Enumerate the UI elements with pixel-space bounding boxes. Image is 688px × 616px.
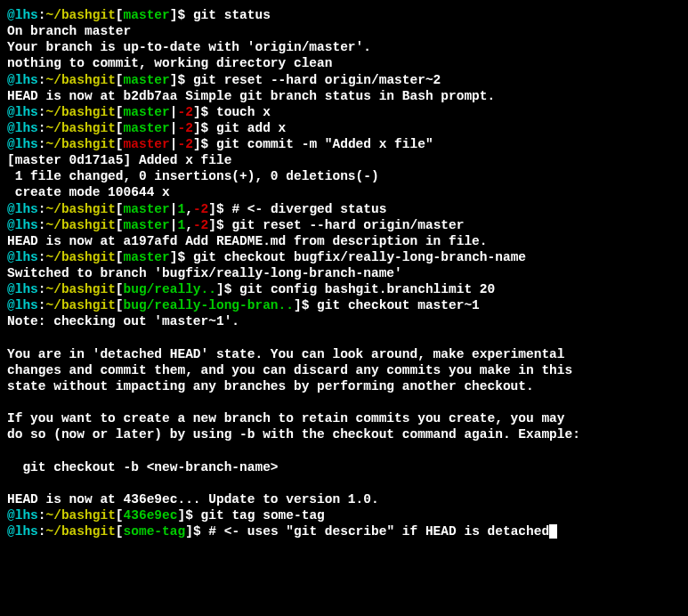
output-text: do so (now or later) by using -b with th… <box>7 427 580 442</box>
bracket-open: [ <box>116 8 124 22</box>
command-text[interactable]: git tag some-tag <box>201 508 325 523</box>
prompt-user: @lhs <box>7 508 38 523</box>
command-text[interactable]: git reset --hard origin/master~2 <box>193 73 441 87</box>
bracket-close: ] <box>193 137 201 151</box>
prompt-separator: : <box>38 202 46 216</box>
command-text[interactable]: # <- uses "git describe" if HEAD is deta… <box>208 524 549 539</box>
prompt-status: 1,-2 <box>177 202 208 216</box>
terminal-line <box>7 330 681 346</box>
prompt-path: ~/bashgit <box>46 508 116 523</box>
terminal-line: @lhs:~/bashgit[436e9ec]$ git tag some-ta… <box>7 507 681 523</box>
prompt-user: @lhs <box>7 282 38 296</box>
prompt-symbol: $ <box>201 121 216 135</box>
terminal-line: @lhs:~/bashgit[master]$ git reset --hard… <box>7 72 681 88</box>
terminal-line: @lhs:~/bashgit[bug/really..]$ git config… <box>7 281 681 297</box>
prompt-path: ~/bashgit <box>46 121 116 135</box>
prompt-path: ~/bashgit <box>46 250 116 264</box>
terminal-line: @lhs:~/bashgit[bug/really-long-bran..]$ … <box>7 297 681 313</box>
bracket-open: [ <box>116 282 124 296</box>
command-text[interactable]: git status <box>193 8 271 22</box>
prompt-path: ~/bashgit <box>46 298 116 312</box>
command-text[interactable]: git checkout bugfix/really-long-branch-n… <box>193 250 526 264</box>
terminal-window[interactable]: @lhs:~/bashgit[master]$ git statusOn bra… <box>7 7 681 539</box>
prompt-symbol: $ <box>193 524 208 539</box>
terminal-line: On branch master <box>7 23 681 39</box>
prompt-user: @lhs <box>7 218 38 232</box>
command-text[interactable]: git commit -m "Added x file" <box>216 137 433 151</box>
output-text: HEAD is now at b2db7aa Simple git branch… <box>7 89 495 103</box>
terminal-line: git checkout -b <new-branch-name> <box>7 459 681 475</box>
cursor <box>549 524 557 539</box>
prompt-symbol: $ <box>201 105 216 119</box>
command-text[interactable]: # <- diverged status <box>231 202 386 216</box>
bracket-close: ] <box>208 218 216 232</box>
prompt-user: @lhs <box>7 250 38 264</box>
terminal-line: @lhs:~/bashgit[master|-2]$ git commit -m… <box>7 136 681 152</box>
prompt-branch: master <box>124 73 170 87</box>
prompt-separator: : <box>38 137 46 151</box>
prompt-separator: : <box>38 250 46 264</box>
prompt-separator: : <box>38 282 46 296</box>
bracket-open: [ <box>116 105 124 119</box>
command-text[interactable]: git reset --hard origin/master <box>231 218 464 232</box>
bracket-close: ] <box>177 508 185 523</box>
prompt-branch: master <box>124 137 170 151</box>
prompt-path: ~/bashgit <box>46 202 116 216</box>
prompt-path: ~/bashgit <box>46 105 116 119</box>
output-text: On branch master <box>7 24 131 38</box>
prompt-branch: 436e9ec <box>124 508 178 523</box>
bracket-close: ] <box>193 105 201 119</box>
output-text: create mode 100644 x <box>7 185 170 199</box>
prompt-user: @lhs <box>7 202 38 216</box>
output-text: HEAD is now at 436e9ec... Update to vers… <box>7 492 379 507</box>
bracket-open: [ <box>116 508 124 523</box>
terminal-line: @lhs:~/bashgit[master|1,-2]$ git reset -… <box>7 217 681 233</box>
terminal-line: @lhs:~/bashgit[master]$ git checkout bug… <box>7 249 681 265</box>
prompt-user: @lhs <box>7 73 38 87</box>
prompt-branch: some-tag <box>124 524 186 539</box>
bracket-open: [ <box>116 524 124 539</box>
terminal-line: Switched to branch 'bugfix/really-long-b… <box>7 265 681 281</box>
prompt-separator: : <box>38 508 46 523</box>
output-text: nothing to commit, working directory cle… <box>7 56 332 70</box>
prompt-separator: : <box>38 121 46 135</box>
prompt-separator: : <box>38 524 46 539</box>
prompt-separator: : <box>38 8 46 22</box>
terminal-line: [master 0d171a5] Added x file <box>7 152 681 168</box>
command-text[interactable]: git config bashgit.branchlimit 20 <box>239 282 495 296</box>
prompt-branch: master <box>124 121 170 135</box>
prompt-user: @lhs <box>7 298 38 312</box>
terminal-line: @lhs:~/bashgit[master|-2]$ touch x <box>7 104 681 120</box>
bracket-open: [ <box>116 218 124 232</box>
bracket-close: ] <box>185 524 193 539</box>
bracket-close: ] <box>208 202 216 216</box>
bracket-close: ] <box>193 121 201 135</box>
prompt-symbol: $ <box>177 8 192 22</box>
bracket-open: [ <box>116 298 124 312</box>
prompt-user: @lhs <box>7 8 38 22</box>
terminal-line: HEAD is now at a197afd Add README.md fro… <box>7 233 681 249</box>
prompt-path: ~/bashgit <box>46 524 116 539</box>
output-text: If you want to create a new branch to re… <box>7 411 565 426</box>
prompt-branch: master <box>124 105 170 119</box>
command-text[interactable]: touch x <box>216 105 271 119</box>
terminal-line: You are in 'detached HEAD' state. You ca… <box>7 346 681 362</box>
prompt-separator: : <box>38 73 46 87</box>
terminal-line: do so (now or later) by using -b with th… <box>7 426 681 442</box>
command-text[interactable]: git checkout master~1 <box>317 298 480 312</box>
terminal-line <box>7 475 681 491</box>
prompt-symbol: $ <box>224 282 239 296</box>
prompt-symbol: $ <box>177 73 192 87</box>
prompt-symbol: $ <box>177 250 192 264</box>
prompt-branch: bug/really-long-bran.. <box>124 298 294 312</box>
output-text: You are in 'detached HEAD' state. You ca… <box>7 347 565 361</box>
bracket-close: ] <box>216 282 224 296</box>
command-text[interactable]: git add x <box>216 121 286 135</box>
prompt-status: -2 <box>177 105 192 119</box>
terminal-line: If you want to create a new branch to re… <box>7 410 681 426</box>
prompt-path: ~/bashgit <box>46 282 116 296</box>
prompt-path: ~/bashgit <box>46 137 116 151</box>
terminal-line: state without impacting any branches by … <box>7 378 681 394</box>
output-text: changes and commit them, and you can dis… <box>7 363 572 377</box>
prompt-path: ~/bashgit <box>46 218 116 232</box>
